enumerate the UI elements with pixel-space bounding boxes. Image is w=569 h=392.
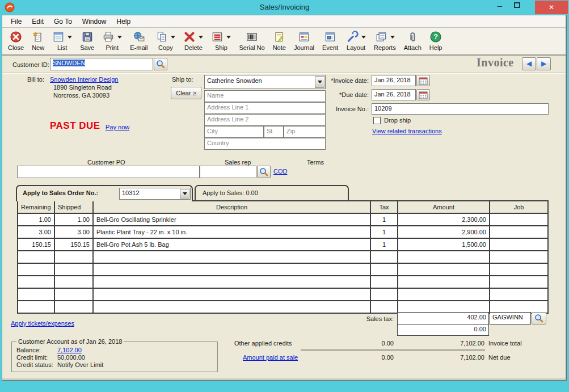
cell-amount[interactable]: 2,300.00 — [398, 213, 490, 226]
toolbar-save-button[interactable]: Save — [77, 29, 98, 52]
cell-shipped[interactable]: 3.00 — [54, 226, 93, 238]
ship-to-state-field[interactable]: St — [264, 126, 284, 138]
cell-tax[interactable] — [370, 301, 398, 313]
ship-to-city-field[interactable]: City — [204, 126, 264, 138]
clear-ship-to-button[interactable]: Clear ≥ — [171, 87, 201, 99]
drop-ship-checkbox[interactable] — [373, 117, 381, 124]
sales-tax-lookup-button[interactable] — [532, 312, 546, 324]
cell-shipped[interactable] — [54, 251, 93, 263]
sales-order-dropdown-button[interactable] — [180, 189, 189, 199]
cell-description[interactable] — [93, 263, 370, 276]
cell-tax[interactable] — [370, 263, 398, 276]
close-window-button[interactable]: ✕ — [535, 1, 568, 14]
ship-dropdown-caret[interactable] — [226, 36, 231, 39]
cell-tax[interactable] — [370, 251, 398, 263]
toolbar-print-button[interactable]: Print — [99, 29, 125, 52]
cell-tax[interactable] — [370, 288, 398, 301]
print-dropdown-caret[interactable] — [117, 36, 122, 39]
terms-cod-link[interactable]: COD — [273, 168, 287, 175]
menu-window[interactable]: Window — [77, 16, 112, 27]
cell-tax[interactable]: 1 — [370, 226, 398, 238]
cell-amount[interactable] — [398, 301, 490, 313]
toolbar-help-button[interactable]: ? Help — [426, 29, 446, 52]
delete-dropdown-caret[interactable] — [199, 36, 203, 39]
cell-remaining[interactable] — [18, 263, 54, 276]
toolbar-reports-button[interactable]: Reports — [370, 29, 399, 52]
sales-order-no-combobox[interactable]: 10312 — [119, 188, 191, 200]
customer-id-input[interactable]: SNOWDEN — [50, 58, 153, 70]
cell-description[interactable]: Plastic Plant Tray - 22 in. x 10 in. — [93, 226, 370, 238]
cell-shipped[interactable] — [54, 301, 93, 313]
cell-amount[interactable]: 1,500.00 — [398, 238, 490, 251]
list-dropdown-caret[interactable] — [68, 36, 72, 39]
invoice-date-input[interactable]: Jan 26, 2018 — [372, 75, 416, 86]
invoice-no-input[interactable]: 10209 — [372, 103, 549, 115]
cell-remaining[interactable] — [18, 251, 54, 263]
apply-tickets-expenses-link[interactable]: Apply tickets/expenses — [11, 320, 74, 327]
ship-to-zip-field[interactable]: Zip — [284, 126, 326, 138]
cell-job[interactable] — [490, 238, 548, 251]
amount-paid-at-sale-link[interactable]: Amount paid at sale — [243, 354, 298, 361]
toolbar-close-button[interactable]: Close — [5, 29, 27, 52]
cell-job[interactable] — [490, 226, 548, 238]
cell-shipped[interactable] — [54, 288, 93, 301]
minimize-button[interactable]: – — [492, 0, 508, 14]
cell-job[interactable] — [490, 263, 548, 276]
cell-job[interactable] — [490, 276, 548, 288]
bill-to-customer-link[interactable]: Snowden Interior Design — [50, 76, 118, 83]
prev-record-button[interactable]: ◀ — [522, 57, 536, 70]
customer-po-input[interactable] — [17, 166, 200, 178]
ship-to-country-field[interactable]: Country — [204, 138, 326, 150]
view-related-transactions-link[interactable]: View related transactions — [372, 128, 442, 134]
due-date-input[interactable]: Jan 26, 2018 — [372, 89, 416, 100]
cell-description[interactable] — [93, 276, 370, 288]
cell-remaining[interactable]: 1.00 — [18, 213, 54, 226]
cell-shipped[interactable]: 150.15 — [54, 238, 93, 251]
copy-dropdown-caret[interactable] — [171, 36, 175, 39]
sales-tax-code-field[interactable]: GAGWINN — [490, 312, 531, 324]
toolbar-ship-button[interactable]: Ship — [208, 29, 234, 52]
pay-now-link[interactable]: Pay now — [106, 124, 129, 130]
reports-dropdown-caret[interactable] — [390, 36, 395, 39]
cell-remaining[interactable]: 3.00 — [18, 226, 54, 238]
cell-description[interactable]: Bell-Gro Pot Ash 5 lb. Bag — [93, 238, 370, 251]
toolbar-email-button[interactable]: E-mail — [127, 29, 151, 52]
menu-file[interactable]: File — [6, 16, 27, 27]
toolbar-journal-button[interactable]: Journal — [290, 29, 318, 52]
sales-rep-input[interactable] — [200, 166, 256, 178]
cell-shipped[interactable] — [54, 276, 93, 288]
cell-amount[interactable] — [398, 263, 490, 276]
tab-apply-to-sales-order[interactable]: Apply to Sales Order No.: 10312 — [16, 185, 193, 201]
cell-tax[interactable] — [370, 276, 398, 288]
toolbar-note-button[interactable]: Note — [269, 29, 289, 52]
cell-tax[interactable]: 1 — [370, 238, 398, 251]
sales-rep-lookup-button[interactable] — [257, 166, 271, 178]
menu-help[interactable]: Help — [112, 16, 136, 27]
cell-job[interactable] — [490, 251, 548, 263]
cell-description[interactable]: Bell-Gro Oscillating Sprinkler — [93, 213, 370, 226]
toolbar-new-button[interactable]: New — [28, 29, 48, 52]
toolbar-delete-button[interactable]: Delete — [180, 29, 206, 52]
ship-to-address2-field[interactable]: Address Line 2 — [204, 114, 326, 126]
next-record-button[interactable]: ▶ — [537, 57, 551, 70]
menu-goto[interactable]: Go To — [49, 16, 77, 27]
cell-remaining[interactable]: 150.15 — [18, 238, 54, 251]
cell-remaining[interactable] — [18, 288, 54, 301]
cell-description[interactable] — [93, 301, 370, 313]
cell-tax[interactable]: 1 — [370, 213, 398, 226]
freight-amount-field[interactable]: 0.00 — [397, 324, 489, 336]
toolbar-layout-button[interactable]: Layout — [343, 29, 369, 52]
cell-amount[interactable] — [398, 251, 490, 263]
cell-amount[interactable]: 2,900.00 — [398, 226, 490, 238]
layout-dropdown-caret[interactable] — [361, 36, 366, 39]
toolbar-serialno-button[interactable]: Serial No — [235, 29, 268, 52]
cell-shipped[interactable]: 1.00 — [54, 213, 93, 226]
toolbar-event-button[interactable]: Event — [319, 29, 342, 52]
invoice-date-calendar-button[interactable] — [416, 75, 430, 86]
menu-edit[interactable]: Edit — [27, 16, 49, 27]
due-date-calendar-button[interactable] — [416, 89, 430, 100]
cell-amount[interactable] — [398, 288, 490, 301]
customer-id-lookup-button[interactable] — [154, 58, 167, 70]
toolbar-attach-button[interactable]: Attach — [401, 29, 425, 52]
maximize-button[interactable] — [509, 2, 525, 14]
